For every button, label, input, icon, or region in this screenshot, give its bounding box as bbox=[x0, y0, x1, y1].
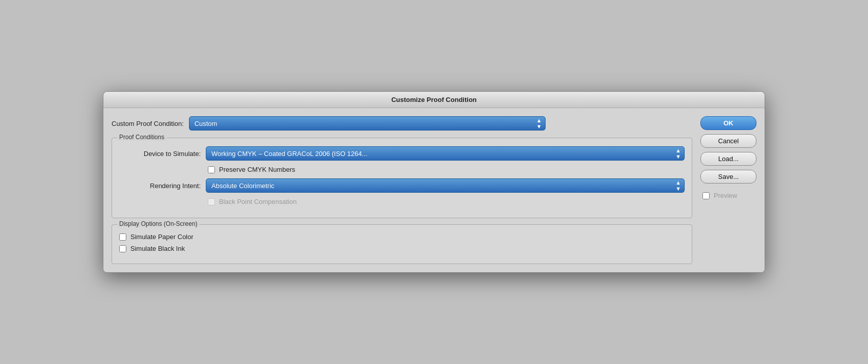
simulate-ink-checkbox[interactable] bbox=[119, 245, 126, 252]
black-point-checkbox bbox=[208, 198, 215, 205]
custom-proof-condition-row: Custom Proof Condition: Custom ▲ ▼ bbox=[112, 116, 692, 131]
customize-proof-dialog: Customize Proof Condition Custom Proof C… bbox=[103, 91, 765, 273]
simulate-paper-checkbox[interactable] bbox=[119, 233, 126, 241]
preview-row: Preview bbox=[700, 192, 756, 199]
simulate-paper-label: Simulate Paper Color bbox=[130, 233, 194, 241]
main-content: Custom Proof Condition: Custom ▲ ▼ Proof… bbox=[112, 116, 692, 264]
black-point-label: Black Point Compensation bbox=[219, 198, 296, 205]
display-options-content: Simulate Paper Color Simulate Black Ink bbox=[119, 233, 685, 252]
preserve-cmyk-checkbox[interactable] bbox=[208, 166, 215, 173]
preserve-cmyk-row: Preserve CMYK Numbers bbox=[119, 166, 685, 173]
ok-button[interactable]: OK bbox=[700, 116, 756, 130]
rendering-intent-row: Rendering Intent: Perceptual Saturation … bbox=[119, 178, 685, 193]
dialog-title: Customize Proof Condition bbox=[103, 92, 765, 108]
custom-proof-condition-label: Custom Proof Condition: bbox=[112, 120, 184, 127]
cancel-button[interactable]: Cancel bbox=[700, 134, 756, 148]
simulate-ink-row: Simulate Black Ink bbox=[119, 245, 685, 252]
rendering-intent-label: Rendering Intent: bbox=[119, 182, 201, 190]
save-button[interactable]: Save... bbox=[700, 170, 756, 184]
preview-label: Preview bbox=[714, 192, 737, 199]
sidebar-buttons: OK Cancel Load... Save... Preview bbox=[700, 116, 756, 264]
preserve-cmyk-label: Preserve CMYK Numbers bbox=[219, 166, 295, 173]
custom-proof-condition-select-wrapper: Custom ▲ ▼ bbox=[189, 116, 546, 131]
display-options-group: Display Options (On-Screen) Simulate Pap… bbox=[112, 224, 692, 264]
proof-conditions-legend: Proof Conditions bbox=[117, 134, 167, 141]
simulate-paper-row: Simulate Paper Color bbox=[119, 233, 685, 241]
device-simulate-row: Device to Simulate: Working CMYK – Coate… bbox=[119, 146, 685, 161]
rendering-intent-select-wrapper: Perceptual Saturation Relative Colorimet… bbox=[206, 178, 685, 193]
black-point-row: Black Point Compensation bbox=[119, 198, 685, 205]
device-simulate-select[interactable]: Working CMYK – Coated GRACoL 2006 (ISO 1… bbox=[206, 147, 684, 160]
display-options-legend: Display Options (On-Screen) bbox=[117, 220, 199, 227]
simulate-ink-label: Simulate Black Ink bbox=[130, 245, 185, 252]
custom-proof-condition-select[interactable]: Custom bbox=[189, 117, 545, 130]
preview-checkbox[interactable] bbox=[702, 192, 710, 199]
load-button[interactable]: Load... bbox=[700, 152, 756, 166]
device-simulate-label: Device to Simulate: bbox=[119, 150, 201, 158]
proof-conditions-group: Proof Conditions Device to Simulate: Wor… bbox=[112, 138, 692, 218]
proof-conditions-content: Device to Simulate: Working CMYK – Coate… bbox=[119, 146, 685, 205]
device-simulate-select-wrapper: Working CMYK – Coated GRACoL 2006 (ISO 1… bbox=[206, 146, 685, 161]
rendering-intent-select[interactable]: Perceptual Saturation Relative Colorimet… bbox=[206, 179, 684, 192]
